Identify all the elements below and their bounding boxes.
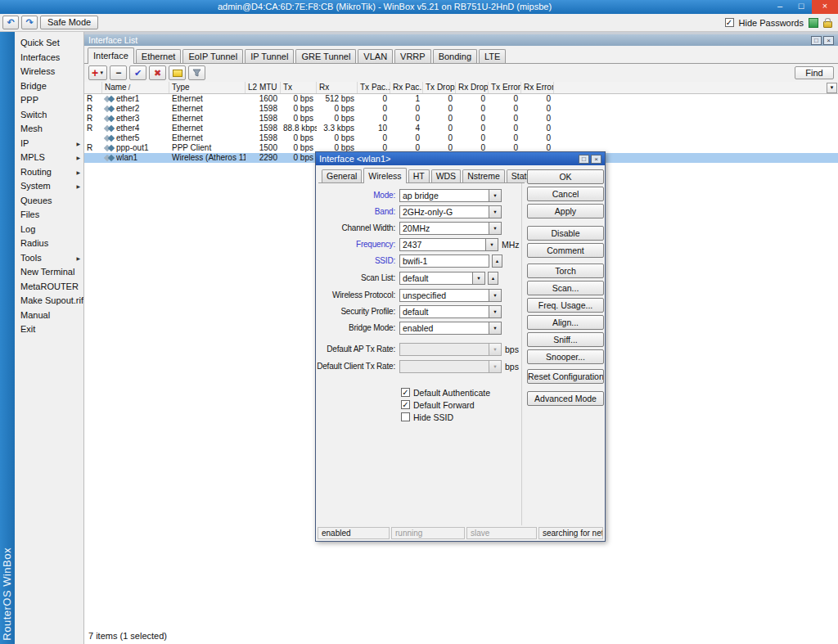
safe-mode-button[interactable]: Safe Mode [40,16,98,29]
default-forward-checkbox[interactable]: ✓ [401,400,410,409]
disable-button[interactable]: Disable [527,226,604,241]
sidebar-item-new-terminal[interactable]: New Terminal [15,265,83,280]
collapse-up-icon[interactable]: ▲ [488,272,498,285]
hide-ssid-checkbox[interactable] [401,412,410,421]
filter-button[interactable] [188,65,205,80]
restore-icon[interactable]: □ [811,36,822,45]
scan-list-input[interactable]: default [399,272,473,285]
close-button[interactable]: × [812,0,838,14]
torch-button[interactable]: Torch [527,263,604,278]
sidebar-item-bridge[interactable]: Bridge [15,79,83,94]
tab-vlan[interactable]: VLAN [358,49,393,63]
chevron-down-icon[interactable]: ▼ [489,289,502,302]
column-rx-packet[interactable]: Rx Pac... [390,82,423,93]
security-profile-select[interactable]: default [399,305,489,318]
sidebar-item-switch[interactable]: Switch [15,108,83,123]
column-rx-errors[interactable]: Rx Errors [521,82,554,93]
sidebar-item-radius[interactable]: Radius [15,236,83,251]
column-flags[interactable] [84,82,102,93]
column-tx-packet[interactable]: Tx Pac... [358,82,390,93]
disable-button[interactable]: ✖ [149,65,166,80]
apply-button[interactable]: Apply [527,204,604,218]
column-tx-drops[interactable]: Tx Drops [423,82,456,93]
align-button[interactable]: Align... [527,315,604,330]
table-row-ether2[interactable]: R ether2 Ethernet 1598 0 bps 0 bps 0 0 0… [84,104,838,114]
find-button[interactable]: Find [795,66,834,79]
freq-usage-button[interactable]: Freq. Usage... [527,298,604,313]
sidebar-item-log[interactable]: Log [15,223,83,237]
column-rx-drops[interactable]: Rx Drops [456,82,489,93]
chevron-down-icon[interactable]: ▼ [486,238,498,251]
cancel-button[interactable]: Cancel [527,187,604,201]
minimize-button[interactable]: – [769,0,791,14]
sidebar-item-ppp[interactable]: PPP [15,93,83,108]
session-icon[interactable] [809,18,818,28]
sidebar-item-interfaces[interactable]: Interfaces [15,51,83,65]
snooper-button[interactable]: Snooper... [527,349,604,364]
column-name[interactable]: Name/ [102,82,169,93]
tab-eoip-tunnel[interactable]: EoIP Tunnel [182,49,243,63]
column-chooser-button[interactable]: ▼ [827,83,837,93]
tab-ht[interactable]: HT [408,169,430,182]
tab-vrrp[interactable]: VRRP [394,49,431,63]
tab-interface[interactable]: Interface [88,47,134,64]
advanced-mode-button[interactable]: Advanced Mode [527,391,604,406]
tab-general[interactable]: General [322,169,362,182]
comment-button[interactable] [169,65,186,80]
sidebar-item-files[interactable]: Files [15,208,83,223]
sidebar-item-exit[interactable]: Exit [15,322,83,337]
sidebar-item-system[interactable]: System▶ [15,179,83,194]
interface-list-titlebar[interactable]: Interface List □ × [84,34,838,46]
add-button[interactable]: +▼ [88,65,107,80]
reset-configuration-button[interactable]: Reset Configuration [527,369,604,384]
sidebar-item-manual[interactable]: Manual [15,308,83,323]
chevron-down-icon[interactable]: ▼ [489,205,502,218]
band-select[interactable]: 2GHz-only-G [399,205,489,218]
column-tx-errors[interactable]: Tx Errors [489,82,521,93]
sidebar-item-tools[interactable]: Tools▶ [15,251,83,266]
maximize-icon[interactable]: □ [579,155,589,164]
close-icon[interactable]: × [823,36,834,45]
table-row-ether3[interactable]: R ether3 Ethernet 1598 0 bps 0 bps 0 0 0… [84,114,838,124]
ssid-input[interactable]: bwifi-1 [399,254,489,268]
sidebar-item-wireless[interactable]: Wireless [15,65,83,79]
ok-button[interactable]: OK [527,169,604,184]
column-rx[interactable]: Rx [317,82,358,93]
column-type[interactable]: Type [169,82,246,93]
mode-select[interactable]: ap bridge [399,189,489,202]
column-l2mtu[interactable]: L2 MTU [246,82,281,93]
sidebar-item-mesh[interactable]: Mesh [15,122,83,137]
tab-ip-tunnel[interactable]: IP Tunnel [245,49,294,63]
hide-passwords-checkbox[interactable]: ✓ [725,18,734,27]
table-row-ether4[interactable]: R ether4 Ethernet 1598 88.8 kbps 3.3 kbp… [84,124,838,133]
scan-button[interactable]: Scan... [527,281,604,295]
sidebar-item-quick-set[interactable]: Quick Set [15,36,83,51]
enable-button[interactable]: ✔ [129,65,146,80]
tab-wireless[interactable]: Wireless [363,168,406,183]
sidebar-item-ip[interactable]: IP▶ [15,137,83,151]
redo-icon[interactable]: ↷ [21,16,38,29]
sidebar-item-routing[interactable]: Routing▶ [15,165,83,180]
tab-ethernet[interactable]: Ethernet [136,49,182,63]
dialog-titlebar[interactable]: Interface <wlan1> □ × [316,152,605,165]
table-row-ether1[interactable]: R ether1 Ethernet 1600 0 bps 512 bps 0 1… [84,94,838,104]
tab-wds[interactable]: WDS [431,169,462,182]
wireless-protocol-select[interactable]: unspecified [399,289,489,302]
collapse-up-icon[interactable]: ▲ [492,254,502,268]
tab-gre-tunnel[interactable]: GRE Tunnel [295,49,356,63]
chevron-down-icon[interactable]: ▼ [489,322,502,335]
default-authenticate-checkbox[interactable]: ✓ [401,388,410,397]
sidebar-item-queues[interactable]: Queues [15,194,83,209]
default-forward-row[interactable]: ✓ Default Forward [401,399,475,410]
tab-nstreme[interactable]: Nstreme [462,169,505,182]
chevron-down-icon[interactable]: ▼ [473,272,485,285]
table-row-ether5[interactable]: ether5 Ethernet 1598 0 bps 0 bps 0 0 0 0… [84,133,838,143]
chevron-down-icon[interactable]: ▼ [489,305,502,318]
bridge-mode-select[interactable]: enabled [399,322,489,335]
frequency-input[interactable]: 2437 [399,238,486,251]
remove-button[interactable]: − [110,65,127,80]
close-icon[interactable]: × [591,155,601,164]
sidebar-item-metarouter[interactable]: MetaROUTER [15,280,83,295]
default-authenticate-row[interactable]: ✓ Default Authenticate [401,387,490,398]
chevron-down-icon[interactable]: ▼ [489,189,502,202]
